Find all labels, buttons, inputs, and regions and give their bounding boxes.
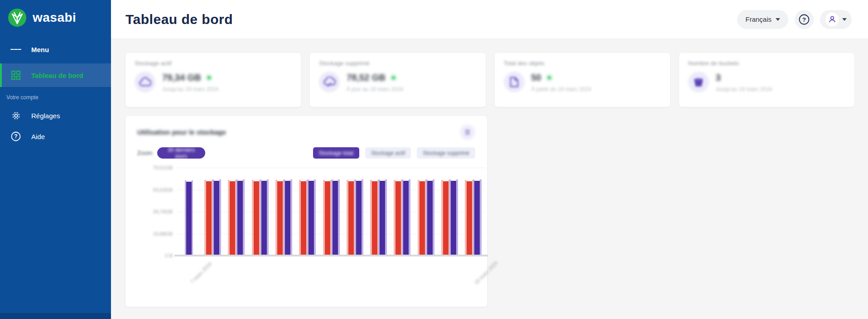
bar-echo (433, 179, 434, 255)
avatar (825, 13, 839, 26)
bar-deleted-storage[interactable] (395, 181, 401, 255)
bar-echo (243, 179, 245, 255)
brand-logo[interactable]: wasabi (0, 0, 111, 28)
stat-card-value: 79,34 GB (162, 72, 201, 83)
filter-chip-active[interactable]: Stockage actif (365, 147, 411, 159)
sidebar-section-account: Votre compte (0, 87, 111, 105)
cloud-delete-icon (319, 72, 340, 92)
bar-group (177, 168, 201, 255)
bar-group (367, 168, 391, 255)
bar-deleted-storage[interactable] (467, 181, 472, 255)
zoom-range-selector[interactable]: 30 derniers jours (157, 147, 205, 159)
bar-total-storage[interactable] (474, 181, 480, 255)
question-circle-icon: ? (10, 131, 21, 141)
bar-group (248, 168, 272, 255)
main-content: Stockage actif 79,34 GB Jusqu'au 19 mars… (111, 39, 868, 319)
sidebar-footer-bar (0, 313, 111, 319)
filter-chip-total[interactable]: Stockage total (313, 147, 359, 159)
chart-context-menu-button[interactable]: ☰ (460, 125, 475, 140)
sidebar-item-dashboard-label: Tableau de bord (31, 72, 83, 79)
y-tick-label: 19,88GB (137, 231, 173, 237)
bar-group (296, 168, 319, 255)
bar-deleted-storage[interactable] (420, 181, 425, 255)
bar-total-storage[interactable] (356, 181, 362, 255)
bar-deleted-storage[interactable] (372, 181, 377, 255)
chart-plot: 7 mars 2024 19 mars 2024 (177, 168, 485, 256)
sidebar-item-help[interactable]: ? Aide (0, 126, 111, 147)
bar-group (319, 168, 343, 255)
stat-card-title: Total des objets (504, 60, 661, 67)
bar-echo (219, 179, 221, 255)
bar-deleted-storage[interactable] (206, 181, 212, 255)
menu-toggle-label: Menu (31, 46, 49, 53)
bar-echo (338, 179, 340, 255)
bar-echo (314, 179, 316, 255)
bar-deleted-storage[interactable] (254, 181, 259, 255)
bar-deleted-storage[interactable] (325, 181, 330, 255)
sidebar: wasabi Menu Tableau de bord Votre compte (0, 0, 111, 319)
stat-card-title: Nombre de buckets (688, 60, 845, 67)
help-button[interactable]: ? (795, 10, 814, 29)
x-axis-label: 19 mars 2024 (473, 260, 499, 285)
y-tick-label: 59,63GB (137, 187, 173, 193)
bar-echo (456, 179, 458, 255)
context-menu-icon: ☰ (465, 129, 471, 136)
bar-group (414, 168, 438, 255)
gear-icon (10, 111, 21, 121)
bar-total-storage[interactable] (309, 181, 314, 255)
stat-card-deleted-storage: Stockage supprimé 78,52 GB À jour au 19 … (310, 53, 485, 107)
bar-total-storage[interactable] (285, 181, 290, 255)
y-tick-label: 39,76GB (137, 209, 173, 214)
bar-total-storage[interactable] (186, 182, 192, 255)
bar-deleted-storage[interactable] (443, 181, 448, 255)
filter-chip-label: Stockage actif (371, 150, 405, 156)
bar-total-storage[interactable] (237, 181, 243, 255)
stat-card-value: 3 (716, 72, 721, 83)
bucket-icon (688, 72, 709, 92)
y-tick-label: 79,51GB (137, 165, 173, 170)
chart-title: Utilisation pour le stockage (137, 128, 226, 136)
bar-echo (267, 179, 269, 255)
stat-card-value: 50 (531, 72, 541, 83)
bar-echo (480, 179, 482, 255)
bar-deleted-storage[interactable] (348, 181, 354, 255)
bars (177, 168, 485, 255)
sidebar-item-settings[interactable]: Réglages (0, 105, 111, 126)
account-menu-button[interactable] (820, 10, 852, 29)
bar-deleted-storage[interactable] (301, 181, 306, 255)
language-selector-label: Français (745, 15, 772, 23)
bar-total-storage[interactable] (403, 181, 409, 255)
chart-controls: Zoom 30 derniers jours Stockage total St… (137, 147, 475, 159)
zoom-label: Zoom (137, 150, 152, 156)
chevron-down-icon (842, 18, 847, 21)
chart-plot-area: 79,51GB59,63GB39,76GB19,88GB0 B 7 mars 2… (137, 168, 475, 285)
sidebar-item-dashboard[interactable]: Tableau de bord (0, 63, 111, 87)
status-badge (390, 74, 397, 82)
bar-total-storage[interactable] (451, 181, 456, 255)
hamburger-icon (10, 47, 21, 52)
filter-chip-deleted[interactable]: Stockage supprimé (417, 147, 475, 159)
bar-total-storage[interactable] (427, 181, 433, 255)
bar-total-storage[interactable] (380, 181, 385, 255)
file-icon (504, 72, 525, 92)
help-icon: ? (798, 14, 810, 25)
zoom-range-value: 30 derniers jours (163, 147, 199, 160)
y-axis-labels: 79,51GB59,63GB39,76GB19,88GB0 B (137, 168, 173, 256)
language-selector[interactable]: Français (737, 10, 788, 29)
header-actions: Français ? (737, 10, 852, 29)
sidebar-item-settings-label: Réglages (31, 112, 60, 120)
bar-total-storage[interactable] (214, 181, 219, 255)
filter-chip-label: Stockage supprimé (423, 150, 469, 156)
bar-deleted-storage[interactable] (277, 181, 283, 255)
bar-deleted-storage[interactable] (230, 181, 235, 255)
bar-total-storage[interactable] (261, 181, 267, 255)
menu-toggle[interactable]: Menu (0, 39, 111, 60)
bar-total-storage[interactable] (333, 181, 338, 255)
bar-group (201, 168, 224, 255)
brand-name: wasabi (33, 10, 76, 25)
filter-chip-label: Stockage total (319, 150, 353, 156)
svg-text:?: ? (14, 133, 17, 140)
stat-cards-row: Stockage actif 79,34 GB Jusqu'au 19 mars… (125, 53, 854, 107)
stat-card-value: 78,52 GB (347, 72, 386, 83)
stat-card-total-objects: Total des objets 50 À partir du 19 mars … (495, 53, 670, 107)
